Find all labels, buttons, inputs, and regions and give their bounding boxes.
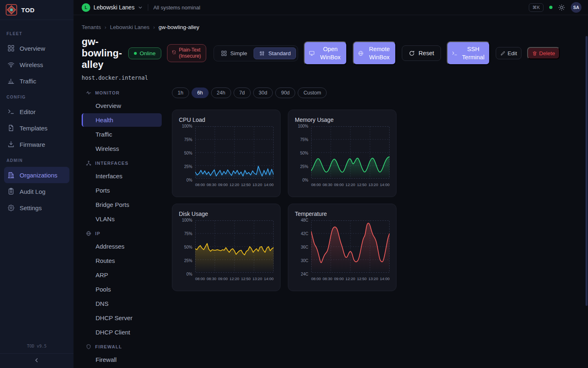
delete-button[interactable]: Delete bbox=[527, 47, 560, 59]
device-header: gw-bowling-alley Online Plain-Text (Inse… bbox=[82, 36, 578, 70]
remote-winbox-button[interactable]: Remote WinBox bbox=[353, 41, 396, 65]
logo-row: TOD bbox=[0, 0, 74, 20]
time-range-7d[interactable]: 7d bbox=[234, 88, 251, 98]
time-range-1h[interactable]: 1h bbox=[172, 88, 189, 98]
breadcrumb: Tenants › Lebowski Lanes › gw-bowling-al… bbox=[82, 22, 578, 36]
chart-plot-cpu-load bbox=[195, 126, 274, 180]
sidebar-footer: TOD v9.5 bbox=[0, 340, 74, 368]
chart-grid: CPU Load100%75%50%25%0% 08:0008:3009:001… bbox=[172, 110, 396, 291]
chart-plot-disk-usage bbox=[195, 220, 274, 274]
time-range-24h[interactable]: 24h bbox=[211, 88, 231, 98]
subnav-item-arp[interactable]: ARP bbox=[82, 268, 162, 282]
time-range-custom[interactable]: Custom bbox=[298, 88, 327, 98]
sidebar-item-templates[interactable]: Templates bbox=[4, 120, 69, 136]
tenant-avatar: L bbox=[82, 3, 90, 12]
app-root: TOD FLEETOverviewWirelessTrafficCONFIGEd… bbox=[0, 0, 588, 368]
subnav-section-label: MONITOR bbox=[82, 86, 162, 98]
sidebar-item-label: Traffic bbox=[20, 78, 36, 85]
time-range-6h[interactable]: 6h bbox=[192, 88, 209, 98]
sidebar-section-label: CONFIG bbox=[4, 89, 69, 103]
subnav-item-firewall[interactable]: Firewall bbox=[82, 353, 162, 366]
sidebar-section: FLEETOverviewWirelessTraffic bbox=[4, 26, 69, 89]
breadcrumb-tenant[interactable]: Lebowski Lanes bbox=[110, 24, 149, 30]
theme-sun-icon[interactable] bbox=[558, 4, 565, 11]
subnav-item-addresses[interactable]: Addresses bbox=[82, 240, 162, 253]
chevron-down-icon bbox=[138, 5, 143, 10]
x-axis-labels: 08:0008:3009:0012:2012:5013:2014:00 bbox=[311, 276, 390, 281]
content: Tenants › Lebowski Lanes › gw-bowling-al… bbox=[74, 15, 588, 368]
y-axis-labels: 100%75%50%25%0% bbox=[294, 124, 311, 182]
system-status-text: All systems nominal bbox=[153, 4, 200, 11]
sidebar-item-traffic[interactable]: Traffic bbox=[4, 73, 69, 89]
user-avatar[interactable]: SA bbox=[571, 2, 581, 13]
subnav-item-dns[interactable]: DNS bbox=[82, 297, 162, 310]
page-scrollbar bbox=[586, 17, 588, 366]
subnav-item-dhcp-client[interactable]: DHCP Client bbox=[82, 325, 162, 339]
view-mode-standard[interactable]: Standard bbox=[254, 47, 296, 59]
chart-title: Disk Usage bbox=[178, 211, 274, 217]
sidebar-item-label: Wireless bbox=[20, 61, 43, 68]
subnav-item-traffic[interactable]: Traffic bbox=[82, 128, 162, 141]
x-axis-labels: 08:0008:3009:0012:2012:5013:2014:00 bbox=[195, 276, 274, 281]
time-range-30d[interactable]: 30d bbox=[253, 88, 273, 98]
download-icon bbox=[7, 141, 15, 148]
chart-card-memory-usage: Memory Usage100%75%50%25%0% 08:0008:3009… bbox=[288, 110, 396, 197]
sidebar-collapse-button[interactable] bbox=[0, 353, 74, 368]
scrollbar-thumb[interactable] bbox=[586, 36, 588, 306]
sidebar-item-settings[interactable]: Settings bbox=[4, 200, 69, 216]
open-winbox-button[interactable]: Open WinBox bbox=[304, 41, 347, 65]
breadcrumb-current: gw-bowling-alley bbox=[158, 24, 199, 30]
security-warning-badge: Plain-Text (Insecure) bbox=[167, 44, 206, 62]
chart-card-disk-usage: Disk Usage100%75%50%25%0% 08:0008:3009:0… bbox=[172, 204, 281, 291]
command-palette-shortcut[interactable]: ⌘K bbox=[529, 3, 543, 12]
sidebar-item-editor[interactable]: Editor bbox=[4, 103, 69, 120]
sidebar-item-firmware[interactable]: Firmware bbox=[4, 136, 69, 153]
chart-title: Temperature bbox=[294, 211, 390, 217]
subnav-item-health[interactable]: Health bbox=[82, 113, 162, 127]
connection-status-dot bbox=[549, 6, 552, 9]
grid-icon bbox=[7, 45, 15, 52]
subnav-item-interfaces[interactable]: Interfaces bbox=[82, 169, 162, 183]
sidebar-item-label: Audit Log bbox=[20, 188, 45, 195]
sidebar-item-organizations[interactable]: Organizations bbox=[4, 167, 69, 183]
sidebar-item-audit-log[interactable]: Audit Log bbox=[4, 183, 69, 200]
subnav-item-routes[interactable]: Routes bbox=[82, 254, 162, 267]
view-mode-toggle: Simple Standard bbox=[214, 45, 298, 61]
pencil-icon bbox=[500, 51, 506, 56]
trash-icon bbox=[532, 51, 537, 56]
tod-logo-icon bbox=[6, 4, 17, 16]
app-name: TOD bbox=[21, 7, 35, 13]
device-title: gw-bowling-alley bbox=[82, 36, 122, 70]
subnav-item-ports[interactable]: Ports bbox=[82, 184, 162, 197]
breadcrumb-tenants[interactable]: Tenants bbox=[82, 24, 101, 30]
sidebar-section: ADMINOrganizationsAudit LogSettings bbox=[4, 153, 69, 216]
device-host: host.docker.internal bbox=[82, 70, 578, 85]
subnav-item-wireless[interactable]: Wireless bbox=[82, 142, 162, 155]
subnav-item-overview[interactable]: Overview bbox=[82, 99, 162, 112]
terminal-icon bbox=[452, 50, 458, 56]
sidebar-section-label: FLEET bbox=[4, 26, 69, 40]
breadcrumb-separator: › bbox=[153, 25, 155, 30]
view-mode-simple[interactable]: Simple bbox=[216, 47, 252, 59]
edit-button[interactable]: Edit bbox=[496, 47, 521, 59]
sidebar-item-wireless[interactable]: Wireless bbox=[4, 56, 69, 73]
reset-button[interactable]: Reset bbox=[402, 45, 441, 61]
subnav-section-label: INTERFACES bbox=[82, 156, 162, 168]
sidebar-item-overview[interactable]: Overview bbox=[4, 40, 69, 56]
x-axis-labels: 08:0008:3009:0012:2012:5013:2014:00 bbox=[195, 182, 274, 187]
sidebar-nav: FLEETOverviewWirelessTrafficCONFIGEditor… bbox=[0, 20, 74, 340]
y-axis-labels: 100%75%50%25%0% bbox=[178, 124, 195, 182]
subnav-item-dhcp-server[interactable]: DHCP Server bbox=[82, 311, 162, 325]
terminal-icon bbox=[7, 108, 15, 115]
time-range-90d[interactable]: 90d bbox=[275, 88, 295, 98]
chart-plot-memory-usage bbox=[311, 126, 390, 180]
shield-off-icon bbox=[172, 50, 176, 56]
sidebar-item-label: Settings bbox=[20, 204, 42, 211]
ssh-terminal-button[interactable]: SSH Terminal bbox=[447, 41, 490, 65]
subnav-item-pools[interactable]: Pools bbox=[82, 283, 162, 296]
grid-icon bbox=[221, 50, 227, 56]
subnav-item-bridge-ports[interactable]: Bridge Ports bbox=[82, 198, 162, 211]
subnav-item-vlans[interactable]: VLANs bbox=[82, 212, 162, 226]
online-status-badge: Online bbox=[128, 47, 161, 59]
tenant-switcher[interactable]: L Lebowski Lanes bbox=[82, 3, 143, 12]
